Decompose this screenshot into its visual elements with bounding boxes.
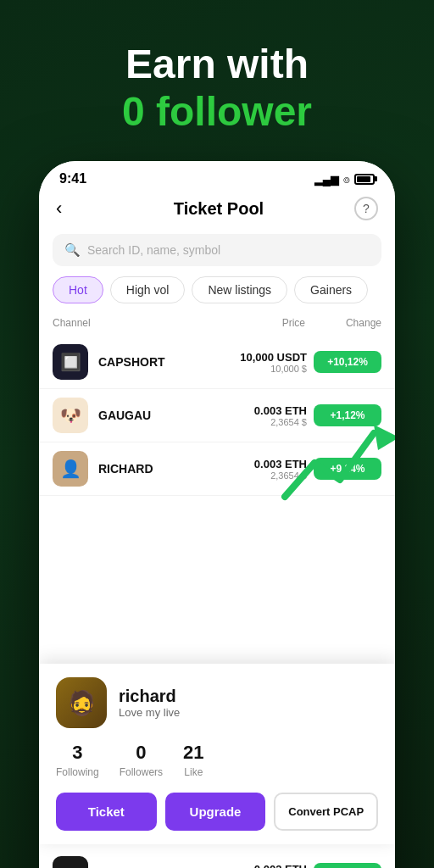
profile-avatar: 🧔 bbox=[56, 677, 107, 728]
hero-section: Earn with 0 follower bbox=[0, 0, 434, 161]
page-title: Ticket Pool bbox=[174, 199, 264, 219]
price-main: 0.003 ETH bbox=[203, 404, 307, 417]
following-label: Following bbox=[56, 766, 99, 778]
price-usd: 2,3654 $ bbox=[203, 470, 307, 481]
list-item[interactable]: 👤 RICHARD 0.003 ETH 2,3654 $ +9,24% bbox=[39, 442, 395, 496]
table-header: Channel Price Change bbox=[39, 314, 395, 336]
col-channel-header: Channel bbox=[53, 317, 179, 329]
tab-gainers[interactable]: Gainers bbox=[294, 276, 368, 303]
profile-name: richard bbox=[119, 687, 180, 706]
change-badge: +10,12% bbox=[314, 351, 381, 373]
profile-info: richard Love my live bbox=[119, 687, 180, 719]
status-bar: 9:41 ▂▄▆ ⌾ bbox=[39, 161, 395, 190]
avatar: 🔲 bbox=[53, 344, 88, 380]
filter-tabs: Hot High vol New listings Gainers bbox=[39, 276, 395, 314]
hero-subtitle: 0 follower bbox=[17, 87, 417, 136]
ticket-button[interactable]: Ticket bbox=[56, 793, 157, 831]
following-count: 3 bbox=[56, 742, 99, 764]
avatar: 👤 bbox=[53, 451, 88, 487]
list-item[interactable]: ━ BLACKPIN 0.003 ETH 2,3654 $ +3,25% bbox=[39, 848, 395, 868]
help-button[interactable]: ? bbox=[354, 197, 378, 220]
list-item[interactable]: 🐶 GAUGAU 0.003 ETH 2,3654 $ +1,12% bbox=[39, 389, 395, 442]
followers-count: 0 bbox=[120, 742, 163, 764]
followers-label: Followers bbox=[120, 766, 163, 778]
list-item[interactable]: 🔲 CAPSHORT 10,000 USDT 10,000 $ +10,12% bbox=[39, 336, 395, 389]
search-placeholder: Search ID, name, symbol bbox=[87, 243, 220, 257]
channel-name: CAPSHORT bbox=[98, 355, 203, 369]
price-block: 10,000 USDT 10,000 $ bbox=[203, 351, 307, 374]
status-time: 9:41 bbox=[59, 171, 86, 186]
channel-name: GAUGAU bbox=[98, 409, 203, 422]
price-block: 0.003 ETH 2,3654 $ bbox=[203, 863, 307, 868]
stat-followers: 0 Followers bbox=[120, 742, 163, 779]
tab-high-vol[interactable]: High vol bbox=[110, 276, 186, 303]
price-block: 0.003 ETH 2,3654 $ bbox=[203, 458, 307, 481]
search-icon: 🔍 bbox=[64, 242, 81, 258]
price-block: 0.003 ETH 2,3654 $ bbox=[203, 404, 307, 427]
status-icons: ▂▄▆ ⌾ bbox=[314, 173, 375, 186]
hero-title: Earn with bbox=[17, 42, 417, 87]
change-badge: +1,12% bbox=[314, 404, 381, 426]
phone-wrapper: 9:41 ▂▄▆ ⌾ ‹ Ticket Pool ? 🔍 Search ID, … bbox=[0, 161, 434, 868]
battery-icon bbox=[354, 174, 375, 185]
price-main: 0.003 ETH bbox=[203, 863, 307, 868]
profile-popup-card: 🧔 richard Love my live 3 Following 0 Fol… bbox=[39, 664, 395, 844]
change-badge: +3,25% bbox=[314, 863, 381, 868]
profile-actions: Ticket Upgrade Convert PCAP bbox=[56, 793, 378, 831]
avatar: 🐶 bbox=[53, 398, 88, 433]
like-label: Like bbox=[184, 766, 203, 778]
tab-hot[interactable]: Hot bbox=[53, 276, 103, 303]
richard-icon: 👤 bbox=[60, 459, 81, 479]
channel-name: RICHARD bbox=[98, 462, 203, 476]
capshort-icon: 🔲 bbox=[60, 352, 81, 372]
col-price-header: Price bbox=[179, 317, 305, 329]
tab-new-listings[interactable]: New listings bbox=[192, 276, 287, 303]
col-change-header: Change bbox=[305, 317, 381, 329]
upgrade-button[interactable]: Upgrade bbox=[165, 793, 266, 831]
signal-icon: ▂▄▆ bbox=[314, 173, 339, 186]
profile-stats: 3 Following 0 Followers 21 Like bbox=[56, 742, 378, 779]
change-badge: +9,24% bbox=[314, 458, 381, 480]
stat-likes: 21 Like bbox=[183, 742, 203, 779]
price-usd: 10,000 $ bbox=[203, 364, 307, 374]
price-main: 0.003 ETH bbox=[203, 458, 307, 470]
profile-avatar-emoji: 🧔 bbox=[67, 689, 97, 717]
app-header: ‹ Ticket Pool ? bbox=[39, 190, 395, 231]
profile-top: 🧔 richard Love my live bbox=[56, 677, 378, 728]
stat-following: 3 Following bbox=[56, 742, 99, 779]
price-usd: 2,3654 $ bbox=[203, 417, 307, 427]
convert-button[interactable]: Convert PCAP bbox=[274, 793, 378, 831]
search-bar[interactable]: 🔍 Search ID, name, symbol bbox=[53, 234, 381, 266]
phone-mockup: 9:41 ▂▄▆ ⌾ ‹ Ticket Pool ? 🔍 Search ID, … bbox=[39, 161, 395, 868]
avatar: ━ bbox=[53, 856, 88, 868]
profile-bio: Love my live bbox=[119, 706, 180, 719]
phone-content: 🔲 CAPSHORT 10,000 USDT 10,000 $ +10,12% … bbox=[39, 336, 395, 844]
gaugau-icon: 🐶 bbox=[60, 405, 81, 426]
back-button[interactable]: ‹ bbox=[56, 198, 83, 220]
like-count: 21 bbox=[183, 742, 203, 764]
wifi-icon: ⌾ bbox=[343, 173, 350, 186]
price-main: 10,000 USDT bbox=[203, 351, 307, 364]
